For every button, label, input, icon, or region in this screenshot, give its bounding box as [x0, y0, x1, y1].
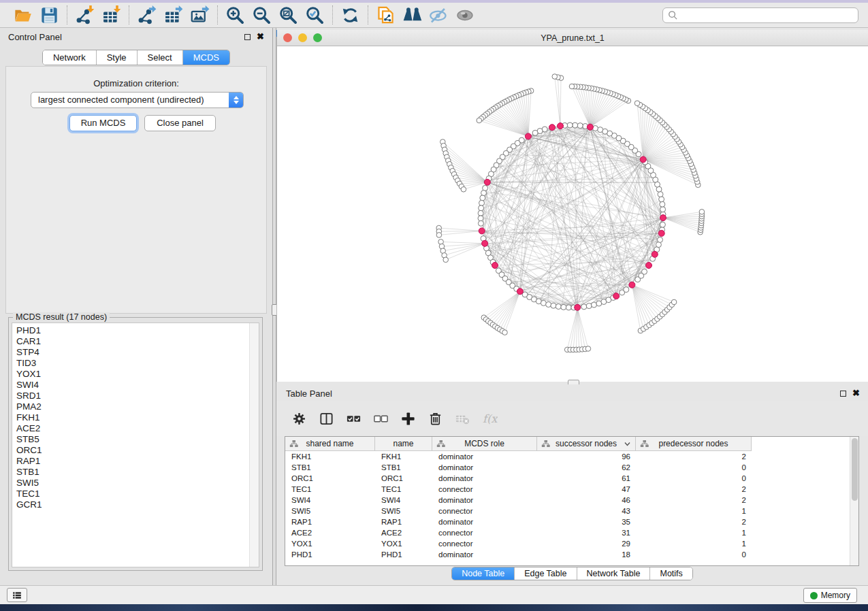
cell-name[interactable]: TEC1: [375, 484, 432, 495]
mcds-result-item[interactable]: TEC1: [16, 489, 249, 499]
cell-name[interactable]: FKH1: [375, 451, 432, 462]
cell-predecessor-nodes[interactable]: 2: [636, 484, 752, 495]
mcds-result-item[interactable]: ACE2: [16, 423, 249, 434]
zoom-out-icon[interactable]: [252, 5, 272, 25]
float-panel-icon[interactable]: [244, 34, 251, 40]
export-image-icon[interactable]: [190, 5, 210, 25]
window-close-light[interactable]: [283, 33, 292, 42]
hide-selected-icon[interactable]: [429, 5, 449, 25]
cell-successor-nodes[interactable]: 29: [537, 538, 636, 549]
cell-MCDS-role[interactable]: dominator: [432, 549, 537, 560]
column-header-shared-name[interactable]: shared name: [285, 437, 375, 450]
show-all-icon[interactable]: [455, 5, 475, 25]
tab-edge-table[interactable]: Edge Table: [514, 567, 576, 580]
table-row[interactable]: STB1STB1dominator620: [285, 462, 850, 473]
open-session-icon[interactable]: [13, 5, 33, 25]
result-list-scrollbar[interactable]: [249, 323, 259, 567]
export-network-icon[interactable]: [137, 5, 157, 25]
first-neighbors-icon[interactable]: [402, 5, 422, 25]
cell-shared-name[interactable]: PHD1: [285, 549, 375, 560]
cell-name[interactable]: SWI4: [375, 495, 432, 506]
tab-network-table[interactable]: Network Table: [577, 567, 650, 580]
settings-gear-icon[interactable]: [291, 411, 307, 427]
mcds-result-item[interactable]: FKH1: [16, 412, 249, 423]
delete-columns-icon[interactable]: [428, 411, 443, 427]
save-session-icon[interactable]: [39, 5, 59, 25]
mcds-result-item[interactable]: PMA2: [16, 401, 249, 412]
cell-successor-nodes[interactable]: 61: [537, 473, 636, 484]
cell-shared-name[interactable]: FKH1: [285, 451, 375, 462]
table-row[interactable]: FKH1FKH1dominator962: [285, 451, 850, 462]
mcds-result-item[interactable]: GCR1: [16, 499, 249, 510]
mcds-result-list[interactable]: PHD1CAR1STP4TID3YOX1SWI4SRD1PMA2FKH1ACE2…: [12, 323, 249, 567]
cell-name[interactable]: STB1: [375, 462, 432, 473]
deselect-all-checkboxes-icon[interactable]: [373, 411, 389, 427]
cell-predecessor-nodes[interactable]: 0: [636, 549, 752, 560]
import-network-icon[interactable]: [75, 5, 95, 25]
cell-name[interactable]: PHD1: [375, 549, 432, 560]
table-row[interactable]: TEC1TEC1connector472: [285, 484, 850, 495]
memory-button[interactable]: Memory: [803, 588, 857, 603]
cell-predecessor-nodes[interactable]: 2: [636, 516, 752, 527]
cell-MCDS-role[interactable]: dominator: [432, 495, 537, 506]
mcds-result-item[interactable]: SWI4: [16, 380, 249, 391]
tab-network[interactable]: Network: [43, 50, 96, 65]
cell-name[interactable]: ORC1: [375, 473, 432, 484]
cell-MCDS-role[interactable]: connector: [432, 506, 537, 516]
cell-name[interactable]: ACE2: [375, 527, 432, 538]
mcds-result-item[interactable]: SRD1: [16, 391, 249, 401]
window-minimize-light[interactable]: [298, 33, 307, 42]
cell-MCDS-role[interactable]: connector: [432, 538, 537, 549]
mcds-result-item[interactable]: STB5: [16, 434, 249, 445]
optimization-criterion-select[interactable]: largest connected component (undirected): [31, 92, 244, 108]
create-column-icon[interactable]: [400, 411, 416, 427]
cell-MCDS-role[interactable]: dominator: [432, 462, 537, 473]
tab-mcds[interactable]: MCDS: [182, 50, 229, 65]
table-row[interactable]: RAP1RAP1dominator352: [285, 516, 850, 527]
cell-shared-name[interactable]: ORC1: [285, 473, 375, 484]
cell-predecessor-nodes[interactable]: 1: [636, 527, 752, 538]
cell-name[interactable]: SWI5: [375, 506, 432, 516]
cell-MCDS-role[interactable]: dominator: [432, 516, 537, 527]
cell-successor-nodes[interactable]: 31: [537, 527, 636, 538]
table-row[interactable]: ORC1ORC1dominator610: [285, 473, 850, 484]
network-window-titlebar[interactable]: YPA_prune.txt_1: [277, 30, 868, 46]
table-scrollbar[interactable]: [850, 437, 858, 565]
mcds-result-item[interactable]: RAP1: [16, 456, 249, 467]
search-input[interactable]: [681, 9, 858, 22]
mcds-result-item[interactable]: PHD1: [16, 325, 249, 336]
cell-MCDS-role[interactable]: dominator: [432, 473, 537, 484]
table-row[interactable]: PHD1PHD1dominator180: [285, 549, 850, 560]
cell-predecessor-nodes[interactable]: 2: [636, 451, 752, 462]
table-scrollbar-thumb[interactable]: [852, 438, 858, 501]
window-maximize-light[interactable]: [313, 33, 322, 42]
refresh-icon[interactable]: [340, 5, 360, 25]
close-panel-button[interactable]: Close panel: [144, 115, 216, 131]
cell-successor-nodes[interactable]: 96: [537, 451, 636, 462]
mcds-result-item[interactable]: CAR1: [16, 336, 249, 347]
mcds-result-item[interactable]: STP4: [16, 347, 249, 358]
mcds-result-item[interactable]: ORC1: [16, 445, 249, 456]
float-table-panel-icon[interactable]: [840, 391, 846, 397]
import-table-icon[interactable]: [101, 5, 121, 25]
cell-successor-nodes[interactable]: 46: [537, 495, 636, 506]
run-mcds-button[interactable]: Run MCDS: [69, 115, 137, 131]
table-row[interactable]: SWI4SWI4dominator462: [285, 495, 850, 506]
table-row[interactable]: SWI5SWI5connector431: [285, 506, 850, 516]
column-header-name[interactable]: name: [375, 437, 432, 450]
clone-network-icon[interactable]: [376, 5, 396, 25]
cell-shared-name[interactable]: TEC1: [285, 484, 375, 495]
mcds-result-item[interactable]: SWI5: [16, 478, 249, 489]
cell-MCDS-role[interactable]: connector: [432, 484, 537, 495]
cell-shared-name[interactable]: YOX1: [285, 538, 375, 549]
zoom-in-icon[interactable]: [225, 5, 245, 25]
tab-select[interactable]: Select: [137, 50, 182, 65]
cell-shared-name[interactable]: SWI5: [285, 506, 375, 516]
tab-style[interactable]: Style: [96, 50, 137, 65]
cell-MCDS-role[interactable]: connector: [432, 527, 537, 538]
tab-motifs[interactable]: Motifs: [649, 567, 692, 580]
show-panels-button[interactable]: [7, 588, 27, 602]
zoom-fit-icon[interactable]: [278, 5, 298, 25]
cell-shared-name[interactable]: RAP1: [285, 516, 375, 527]
sort-chevron-icon[interactable]: [624, 442, 630, 446]
